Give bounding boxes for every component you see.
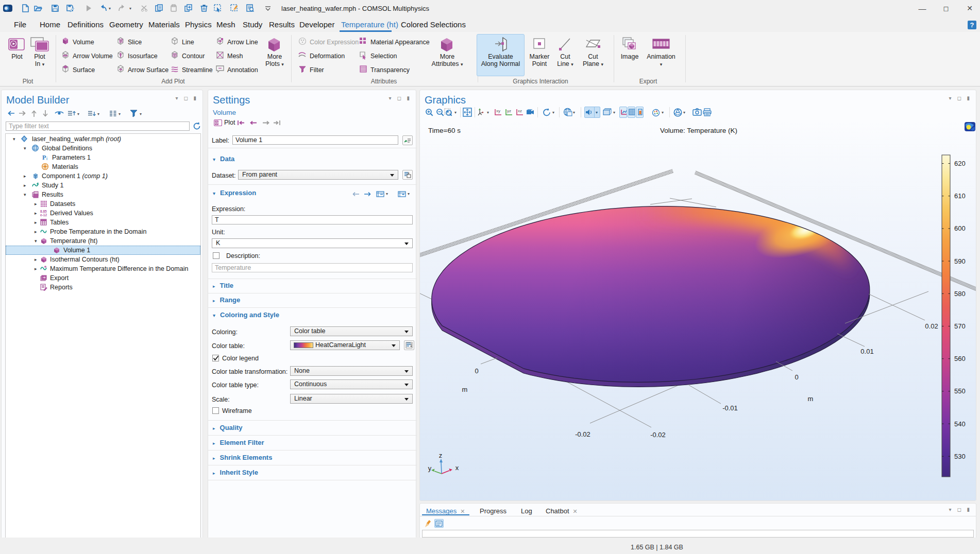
svg-text:610: 610 bbox=[954, 192, 966, 200]
svg-text:590: 590 bbox=[954, 257, 966, 265]
svg-text:z: z bbox=[439, 452, 443, 459]
svg-text:yz: yz bbox=[507, 109, 511, 113]
svg-text:570: 570 bbox=[954, 322, 966, 330]
svg-text:0.02: 0.02 bbox=[925, 322, 938, 330]
svg-text:xz: xz bbox=[518, 109, 522, 113]
svg-text:0: 0 bbox=[475, 367, 478, 375]
svg-text:-0.02: -0.02 bbox=[575, 430, 590, 438]
svg-text:0.01: 0.01 bbox=[860, 348, 873, 355]
svg-text:-0.02: -0.02 bbox=[650, 431, 666, 439]
svg-text:i: i bbox=[46, 156, 47, 161]
svg-text:xy: xy bbox=[496, 109, 500, 113]
svg-text:0: 0 bbox=[795, 373, 798, 381]
svg-text:550: 550 bbox=[954, 387, 966, 395]
svg-text:P: P bbox=[42, 154, 46, 161]
svg-text:x: x bbox=[455, 464, 459, 472]
svg-text:620: 620 bbox=[954, 160, 966, 167]
svg-text:Time=60 s: Time=60 s bbox=[428, 127, 461, 134]
svg-text:e-12: e-12 bbox=[40, 213, 47, 217]
svg-text:-0.01: -0.01 bbox=[722, 404, 738, 412]
svg-text:600: 600 bbox=[954, 224, 966, 232]
svg-text:Volume: Temperature (K): Volume: Temperature (K) bbox=[660, 127, 737, 134]
svg-text:580: 580 bbox=[954, 290, 966, 298]
svg-text:m: m bbox=[808, 395, 814, 403]
svg-text:m: m bbox=[462, 386, 468, 393]
svg-text:y: y bbox=[428, 464, 432, 472]
svg-text:540: 540 bbox=[954, 420, 966, 428]
svg-text:8.85: 8.85 bbox=[40, 210, 47, 213]
svg-text:530: 530 bbox=[954, 453, 966, 460]
svg-text:560: 560 bbox=[954, 355, 966, 362]
